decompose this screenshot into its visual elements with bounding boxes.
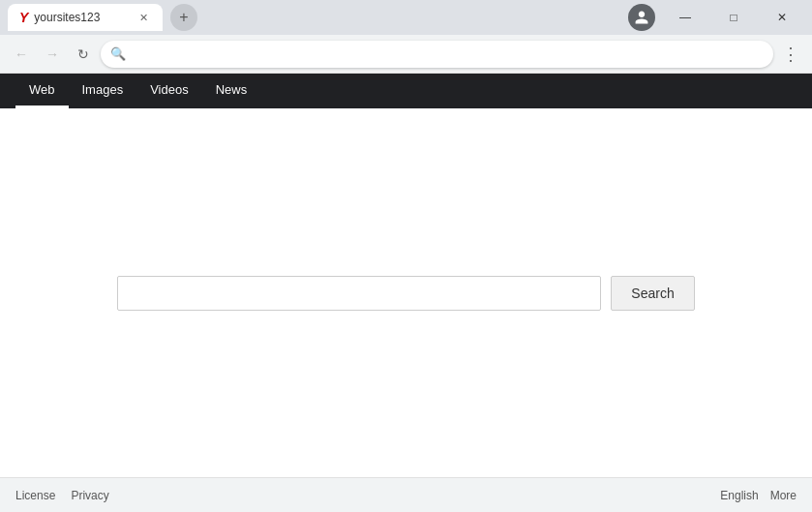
back-button[interactable]: ← <box>8 41 35 68</box>
footer-links: License Privacy <box>15 489 109 502</box>
title-bar: Y yoursites123 ✕ + — □ ✕ <box>0 0 812 35</box>
privacy-link[interactable]: Privacy <box>71 489 108 502</box>
search-input[interactable] <box>117 276 601 311</box>
tab-title: yoursites123 <box>34 11 130 24</box>
tab-videos[interactable]: Videos <box>136 74 202 108</box>
tab-close-button[interactable]: ✕ <box>135 10 151 25</box>
maximize-button[interactable]: □ <box>711 2 756 33</box>
tab-web[interactable]: Web <box>15 74 69 108</box>
footer-right: English More <box>720 489 797 502</box>
tab-news[interactable]: News <box>202 74 261 108</box>
window-controls: — □ ✕ <box>628 2 804 33</box>
footer: License Privacy English More <box>0 477 812 512</box>
search-container: Search <box>117 276 694 311</box>
tab-favicon: Y <box>19 10 28 25</box>
forward-button[interactable]: → <box>39 41 66 68</box>
tab-images[interactable]: Images <box>69 74 137 108</box>
close-button[interactable]: ✕ <box>760 2 804 33</box>
more-link[interactable]: More <box>770 489 797 502</box>
reload-button[interactable]: ↻ <box>70 41 97 68</box>
browser-tab[interactable]: Y yoursites123 ✕ <box>8 4 163 31</box>
language-selector[interactable]: English <box>720 489 758 502</box>
url-bar-wrapper: 🔍 <box>101 41 773 68</box>
main-content: Search <box>0 108 812 477</box>
new-tab-button[interactable]: + <box>170 4 197 31</box>
profile-icon[interactable] <box>628 4 655 31</box>
url-input[interactable] <box>101 41 773 68</box>
browser-menu-button[interactable]: ⋮ <box>777 41 804 68</box>
search-button[interactable]: Search <box>611 276 694 311</box>
address-bar: ← → ↻ 🔍 ⋮ <box>0 35 812 74</box>
license-link[interactable]: License <box>15 489 55 502</box>
nav-tabs: Web Images Videos News <box>0 74 812 108</box>
minimize-button[interactable]: — <box>663 2 707 33</box>
